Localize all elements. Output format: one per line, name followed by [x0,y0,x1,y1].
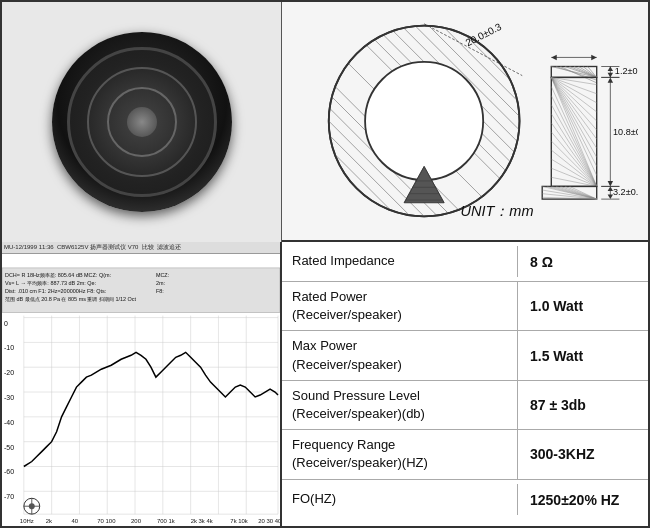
spec-label-fo: FO(HZ) [282,484,518,514]
svg-text:0: 0 [4,320,8,327]
svg-text:2m:: 2m: [156,280,166,286]
svg-text:2k 3k 4k: 2k 3k 4k [191,518,213,524]
spec-row-rated-power: Rated Power (Receiver/speaker) 1.0 Watt [282,282,648,331]
svg-text:20.0±0.3: 20.0±0.3 [464,21,504,49]
svg-point-25 [365,62,483,180]
svg-text:2k: 2k [46,518,52,524]
svg-text:7k 10k: 7k 10k [230,518,248,524]
svg-line-62 [551,77,596,112]
svg-line-53 [551,132,596,187]
spec-value-max-power: 1.5 Watt [518,342,648,370]
svg-text:1.2±0.2: 1.2±0.2 [615,66,638,76]
svg-marker-91 [608,181,613,186]
speaker-circle-art [52,32,232,212]
svg-point-151 [29,503,35,509]
svg-text:MCZ:: MCZ: [156,272,170,278]
svg-text:700 1k: 700 1k [157,518,175,524]
svg-marker-85 [608,73,613,78]
svg-line-22 [483,30,540,87]
graph-header: MU-12/1999 11:36 CBW6125V 扬声器测试仪 V70 比较 … [2,242,280,254]
svg-text:-70: -70 [4,493,14,500]
svg-line-48 [551,86,596,186]
svg-marker-100 [551,55,556,60]
spec-row-freq-range: Frequency Range (Receiver/speaker)(HZ) 3… [282,430,648,479]
svg-line-54 [551,141,596,186]
speaker-ring3 [107,87,177,157]
svg-text:10.8±0.2: 10.8±0.2 [613,127,638,137]
svg-text:3.2±0.2: 3.2±0.2 [613,187,638,197]
graph-svg: DCH= R 18Hz频率差: 805.64 dB MCZ: Q(m: Vs= … [2,254,280,528]
spec-label-rated-power: Rated Power (Receiver/speaker) [282,282,518,330]
spec-value-spl: 87 ± 3db [518,391,648,419]
spec-row-fo: FO(HZ) 1250±20% HZ [282,480,648,520]
speaker-ring2 [87,67,197,177]
svg-text:-50: -50 [4,444,14,451]
speaker-ring1 [67,47,217,197]
speaker-diagram: 20.0±0.3 [282,2,648,240]
spec-label-impedance: Rated Impedance [282,246,518,276]
spec-value-fo: 1250±20% HZ [518,486,648,514]
svg-line-65 [551,77,596,139]
svg-text:F8:: F8: [156,288,164,294]
svg-text:70 100: 70 100 [97,518,116,524]
svg-text:范围 dB    最低点 20.8 Pa 在 805 ms : 范围 dB 最低点 20.8 Pa 在 805 ms 重调 扫期间 1/12 O… [5,296,137,302]
spec-label-freq-range: Frequency Range (Receiver/speaker)(HZ) [282,430,518,478]
svg-line-47 [551,77,596,186]
svg-line-69 [551,77,596,175]
spec-row-impedance: Rated Impedance 8 Ω [282,242,648,282]
spec-label-max-power: Max Power (Receiver/speaker) [282,331,518,379]
svg-text:-20: -20 [4,369,14,376]
svg-marker-101 [591,55,596,60]
frequency-graph: MU-12/1999 11:36 CBW6125V 扬声器测试仪 V70 比较 … [2,242,282,528]
svg-line-66 [551,77,596,148]
specs-table: Rated Impedance 8 Ω Rated Power (Receive… [282,242,648,528]
svg-text:-40: -40 [4,419,14,426]
svg-text:-60: -60 [4,468,14,475]
svg-marker-84 [608,67,613,72]
speaker-photo [2,2,282,242]
spec-row-spl: Sound Pressure Level (Receiver/speaker)(… [282,381,648,430]
svg-text:-10: -10 [4,344,14,351]
spec-row-max-power: Max Power (Receiver/speaker) 1.5 Watt [282,331,648,380]
svg-text:DCH=     R        18Hz频率差: 805: DCH= R 18Hz频率差: 805.64 dB MCZ: Q(m: [5,272,112,278]
speaker-center [127,107,157,137]
svg-text:Vs=      L  →    平均频率: 887.73 : Vs= L → 平均频率: 887.73 dB 2m: Qe: [5,280,97,286]
svg-line-58 [551,177,596,186]
svg-text:40: 40 [72,518,79,524]
spec-value-freq-range: 300-3KHZ [518,440,648,468]
svg-text:200: 200 [131,518,142,524]
svg-text:10Hz: 10Hz [20,518,34,524]
spec-label-spl: Sound Pressure Level (Receiver/speaker)(… [282,381,518,429]
svg-text:UNIT：mm: UNIT：mm [460,203,533,219]
graph-header-info: MU-12/1999 11:36 CBW6125V 扬声器测试仪 V70 比较 … [4,243,181,252]
svg-text:-30: -30 [4,394,14,401]
diagram-svg: 20.0±0.3 [292,12,638,230]
spec-value-impedance: 8 Ω [518,248,648,276]
svg-text:20 30 40k: 20 30 40k [258,518,280,524]
svg-line-55 [551,150,596,186]
svg-marker-90 [608,77,613,82]
svg-text:Dist: .010 cm    F1: 2Hz=20000: Dist: .010 cm F1: 2Hz=200000Hz F8: Qts: [5,288,107,294]
svg-line-51 [551,114,596,187]
spec-value-rated-power: 1.0 Watt [518,292,648,320]
